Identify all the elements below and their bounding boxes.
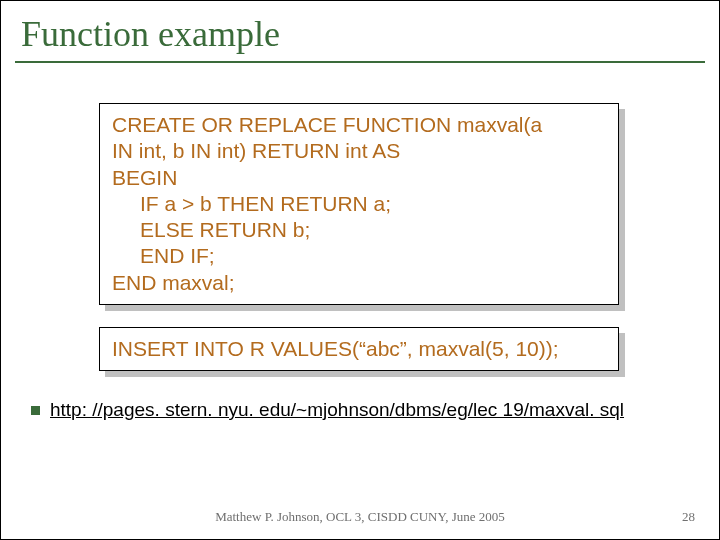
source-link[interactable]: http: //pages. stern. nyu. edu/~mjohnson… [50,399,624,421]
code-line: BEGIN [112,165,606,191]
code-line: IN int, b IN int) RETURN int AS [112,138,606,164]
bullet-row: http: //pages. stern. nyu. edu/~mjohnson… [31,399,719,421]
bullet-square-icon [31,406,40,415]
footer-text: Matthew P. Johnson, OCL 3, CISDD CUNY, J… [1,509,719,525]
code-box-insert: INSERT INTO R VALUES(“abc”, maxval(5, 10… [99,327,619,371]
code-line: INSERT INTO R VALUES(“abc”, maxval(5, 10… [112,336,606,362]
slide: Function example CREATE OR REPLACE FUNCT… [0,0,720,540]
code-line: IF a > b THEN RETURN a; [112,191,606,217]
code-line: END maxval; [112,270,606,296]
code-line: ELSE RETURN b; [112,217,606,243]
code-box-function: CREATE OR REPLACE FUNCTION maxval(a IN i… [99,103,619,305]
code-box-inner: CREATE OR REPLACE FUNCTION maxval(a IN i… [99,103,619,305]
title-underline [15,61,705,63]
code-line: END IF; [112,243,606,269]
code-box-inner: INSERT INTO R VALUES(“abc”, maxval(5, 10… [99,327,619,371]
code-line: CREATE OR REPLACE FUNCTION maxval(a [112,112,606,138]
page-number: 28 [682,509,695,525]
slide-title: Function example [1,1,719,61]
